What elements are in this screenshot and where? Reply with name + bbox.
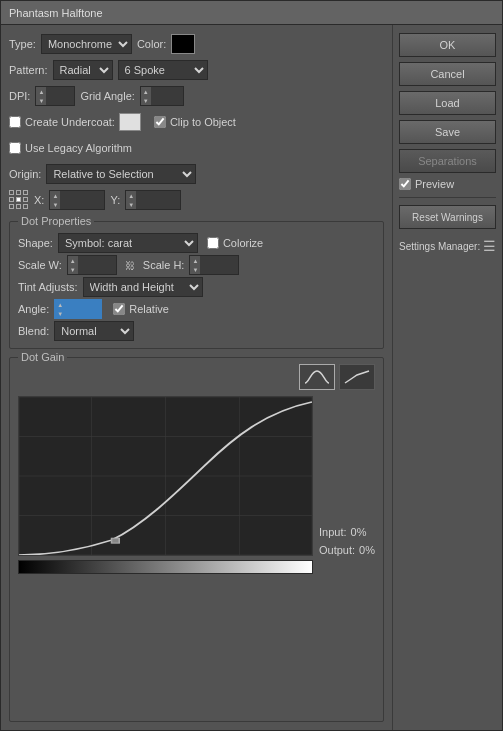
link-icon: ⛓ <box>122 260 138 271</box>
scale-w-spinner[interactable]: ▲ ▼ 100% <box>67 255 117 275</box>
scale-h-label: Scale H: <box>143 259 185 271</box>
ok-button[interactable]: OK <box>399 33 496 57</box>
dpi-down-arrow[interactable]: ▼ <box>36 96 46 105</box>
pattern-select[interactable]: Radial Linear <box>53 60 113 80</box>
grid-angle-input[interactable]: 0° <box>151 86 183 106</box>
grid-angle-down-arrow[interactable]: ▼ <box>141 96 151 105</box>
origin-row: Origin: Relative to Selection Absolute P… <box>9 163 384 185</box>
scale-h-down[interactable]: ▼ <box>190 265 200 274</box>
input-label: Input: <box>319 526 347 538</box>
use-legacy-label: Use Legacy Algorithm <box>25 142 132 154</box>
curve-btn-linear[interactable] <box>339 364 375 390</box>
reset-warnings-button[interactable]: Reset Warnings <box>399 205 496 229</box>
cancel-button[interactable]: Cancel <box>399 62 496 86</box>
create-undercoat-row: Create Undercoat: <box>9 113 141 131</box>
color-label: Color: <box>137 38 166 50</box>
shape-select[interactable]: Symbol: carat <box>58 233 198 253</box>
scale-h-input[interactable]: 100% <box>200 255 238 275</box>
blend-label: Blend: <box>18 325 49 337</box>
angle-spinner[interactable]: ▲ ▼ 90° <box>54 299 102 319</box>
origin-grid-icon <box>9 190 29 210</box>
blend-row: Blend: Normal Multiply Screen <box>18 320 375 342</box>
tint-row: Tint Adjusts: Width and Height Width Onl… <box>18 276 375 298</box>
scale-w-up[interactable]: ▲ <box>68 256 78 265</box>
scale-w-down[interactable]: ▼ <box>68 265 78 274</box>
x-spinner[interactable]: ▲ ▼ 0 pt <box>49 190 105 210</box>
dpi-up-arrow[interactable]: ▲ <box>36 87 46 96</box>
input-value: 0% <box>351 526 367 538</box>
spoke-select[interactable]: 6 Spoke 4 Spoke Dot Line <box>118 60 208 80</box>
output-value: 0% <box>359 544 375 556</box>
preview-checkbox[interactable] <box>399 178 411 190</box>
curve-canvas[interactable] <box>18 396 313 556</box>
dot-properties-section: Dot Properties Shape: Symbol: carat Colo… <box>9 221 384 349</box>
dpi-input[interactable]: 6 <box>46 86 74 106</box>
grid-angle-up-arrow[interactable]: ▲ <box>141 87 151 96</box>
preview-row: Preview <box>399 178 496 190</box>
tint-label: Tint Adjusts: <box>18 281 78 293</box>
colorize-checkbox[interactable] <box>207 237 219 249</box>
blend-select[interactable]: Normal Multiply Screen <box>54 321 134 341</box>
use-legacy-row: Use Legacy Algorithm <box>9 137 384 159</box>
angle-up[interactable]: ▲ <box>55 300 65 309</box>
relative-label: Relative <box>129 303 169 315</box>
grid-angle-label: Grid Angle: <box>80 90 134 102</box>
y-spinner[interactable]: ▲ ▼ 0 pt <box>125 190 181 210</box>
clip-to-object-checkbox[interactable] <box>154 116 166 128</box>
angle-row: Angle: ▲ ▼ 90° Relative <box>18 298 375 320</box>
use-legacy-checkbox-row: Use Legacy Algorithm <box>9 142 132 154</box>
dot-gain-section: Dot Gain <box>9 357 384 722</box>
scale-h-up[interactable]: ▲ <box>190 256 200 265</box>
y-up-arrow[interactable]: ▲ <box>126 191 136 200</box>
scale-w-input[interactable]: 100% <box>78 255 116 275</box>
coords-row: X: ▲ ▼ 0 pt Y: ▲ ▼ 0 pt <box>9 189 384 211</box>
type-row: Type: Monochrome Color Grayscale Color: <box>9 33 384 55</box>
x-label: X: <box>34 194 44 206</box>
colorize-label: Colorize <box>223 237 263 249</box>
scale-h-spinner[interactable]: ▲ ▼ 100% <box>189 255 239 275</box>
grid-angle-spinner[interactable]: ▲ ▼ 0° <box>140 86 184 106</box>
save-button[interactable]: Save <box>399 120 496 144</box>
angle-input[interactable]: 90° <box>65 299 101 319</box>
curve-area: Input: 0% Output: 0% <box>18 396 375 574</box>
clip-to-object-row: Clip to Object <box>154 116 236 128</box>
settings-manager-icon[interactable]: ☰ <box>483 238 496 254</box>
undercoat-color[interactable] <box>119 113 141 131</box>
load-button[interactable]: Load <box>399 91 496 115</box>
color-swatch[interactable] <box>171 34 195 54</box>
type-select[interactable]: Monochrome Color Grayscale <box>41 34 132 54</box>
angle-down[interactable]: ▼ <box>55 309 65 318</box>
tint-select[interactable]: Width and Height Width Only Height Only <box>83 277 203 297</box>
use-legacy-checkbox[interactable] <box>9 142 21 154</box>
x-up-arrow[interactable]: ▲ <box>50 191 60 200</box>
dpi-row: DPI: ▲ ▼ 6 Grid Angle: ▲ ▼ 0° <box>9 85 384 107</box>
create-undercoat-checkbox[interactable] <box>9 116 21 128</box>
curve-wrapper <box>18 396 313 574</box>
origin-label: Origin: <box>9 168 41 180</box>
dpi-spinner[interactable]: ▲ ▼ 6 <box>35 86 75 106</box>
y-input[interactable]: 0 pt <box>136 190 180 210</box>
colorize-row: Colorize <box>207 237 263 249</box>
svg-rect-10 <box>112 538 120 543</box>
origin-select[interactable]: Relative to Selection Absolute Page <box>46 164 196 184</box>
dot-gain-content: Input: 0% Output: 0% <box>18 364 375 574</box>
scale-w-label: Scale W: <box>18 259 62 271</box>
pattern-label: Pattern: <box>9 64 48 76</box>
y-down-arrow[interactable]: ▼ <box>126 200 136 209</box>
shape-row: Shape: Symbol: carat Colorize <box>18 232 375 254</box>
output-row: Output: 0% <box>319 544 375 556</box>
dot-gain-title: Dot Gain <box>18 351 67 363</box>
curve-btn-smooth[interactable] <box>299 364 335 390</box>
gradient-bar <box>18 560 313 574</box>
input-row: Input: 0% <box>319 526 375 538</box>
shape-label: Shape: <box>18 237 53 249</box>
x-input[interactable]: 0 pt <box>60 190 104 210</box>
clip-to-object-label: Clip to Object <box>170 116 236 128</box>
separations-button[interactable]: Separations <box>399 149 496 173</box>
left-panel: Type: Monochrome Color Grayscale Color: … <box>1 25 392 730</box>
main-window: Phantasm Halftone Type: Monochrome Color… <box>0 0 503 731</box>
relative-checkbox[interactable] <box>113 303 125 315</box>
x-down-arrow[interactable]: ▼ <box>50 200 60 209</box>
relative-row: Relative <box>113 303 169 315</box>
pattern-row: Pattern: Radial Linear 6 Spoke 4 Spoke D… <box>9 59 384 81</box>
